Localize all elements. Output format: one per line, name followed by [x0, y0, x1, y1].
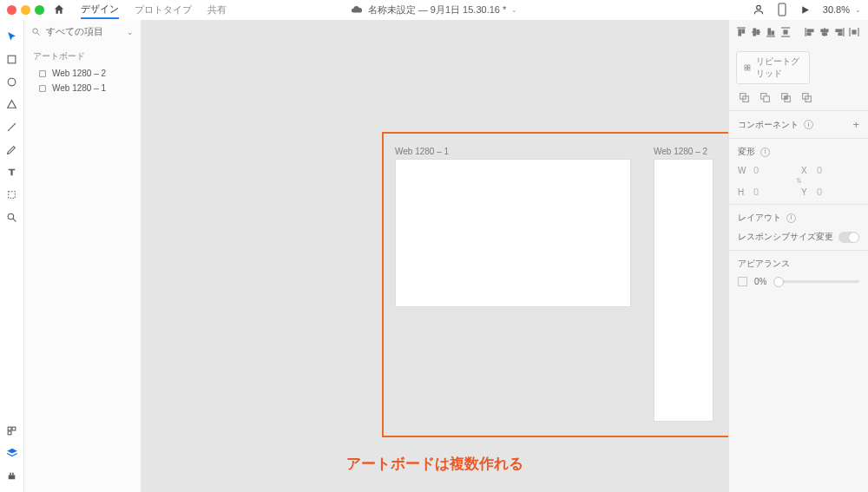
component-label: コンポーネント	[738, 119, 799, 131]
topbar-right-controls: 30.8% ⌄	[753, 3, 861, 16]
artboard-label[interactable]: Web 1280 – 2	[654, 147, 707, 156]
intersect-icon[interactable]	[779, 91, 792, 103]
polygon-tool[interactable]	[0, 93, 24, 115]
layer-filter-dropdown[interactable]: すべての項目 ⌄	[24, 20, 141, 43]
layout-section: レイアウト i レスポンシブサイズ変更	[729, 204, 868, 250]
mode-tabs: デザイン プロトタイプ 共有	[81, 0, 227, 19]
svg-rect-23	[757, 30, 760, 35]
lock-aspect-icon[interactable]: ⇅	[796, 177, 802, 185]
svg-rect-19	[739, 30, 741, 36]
y-label: Y	[801, 187, 812, 197]
svg-rect-32	[807, 33, 811, 36]
pen-tool[interactable]	[0, 138, 24, 161]
tab-prototype[interactable]: プロトタイプ	[135, 0, 192, 19]
rectangle-tool[interactable]	[0, 48, 24, 70]
responsive-label: レスポンシブサイズ変更	[738, 231, 833, 243]
chevron-down-icon: ⌄	[855, 6, 861, 14]
close-window-icon[interactable]	[7, 5, 16, 15]
cloud-icon	[351, 3, 363, 16]
distribute-vertical-icon[interactable]	[779, 23, 792, 42]
layers-panel-icon[interactable]	[0, 442, 24, 464]
align-top-icon[interactable]	[734, 23, 748, 42]
home-icon[interactable]	[53, 3, 65, 16]
zoom-tool[interactable]	[0, 206, 24, 228]
canvas[interactable]: Web 1280 – 1 Web 1280 – 2 アートボードは複数作れる	[141, 20, 728, 492]
grid-icon	[744, 62, 751, 73]
add-component-button[interactable]: +	[852, 118, 859, 131]
artboard[interactable]	[654, 159, 713, 422]
svg-rect-1	[779, 3, 786, 16]
assets-panel-icon[interactable]	[0, 419, 24, 442]
artboard-icon	[38, 84, 47, 93]
appearance-label: アピアランス	[738, 258, 790, 270]
artboard[interactable]	[395, 159, 631, 307]
svg-rect-41	[852, 30, 856, 34]
transform-label: 変形	[738, 146, 755, 158]
align-hcenter-icon[interactable]	[818, 23, 832, 42]
info-icon[interactable]: i	[760, 148, 770, 157]
svg-rect-16	[40, 70, 46, 76]
opacity-checkbox[interactable]	[738, 277, 747, 286]
repeat-grid-button[interactable]: リピートグリッド	[736, 51, 810, 84]
layer-item[interactable]: Web 1280 – 1	[24, 81, 141, 95]
appearance-section: アピアランス 0%	[729, 250, 868, 293]
info-icon[interactable]: i	[786, 213, 796, 223]
svg-rect-22	[753, 29, 756, 36]
svg-rect-45	[748, 69, 750, 70]
document-title[interactable]: 名称未設定 — 9月1日 15.30.16 * ⌄	[351, 3, 518, 16]
artboard-label[interactable]: Web 1280 – 1	[395, 147, 449, 156]
svg-rect-37	[836, 30, 842, 32]
width-field[interactable]: 0	[753, 165, 796, 175]
minimize-window-icon[interactable]	[21, 5, 30, 15]
select-tool[interactable]	[0, 25, 24, 48]
x-field[interactable]: 0	[817, 165, 859, 175]
svg-rect-34	[821, 30, 828, 32]
svg-rect-12	[10, 472, 11, 475]
svg-rect-38	[838, 33, 842, 36]
align-right-icon[interactable]	[832, 23, 846, 42]
transform-section: 変形 i W 0 X 0 ⇅ H 0 Y 0	[729, 138, 868, 204]
tab-design[interactable]: デザイン	[81, 0, 119, 19]
info-icon[interactable]: i	[804, 120, 813, 129]
device-preview-icon[interactable]	[777, 3, 787, 16]
document-title-text: 名称未設定 — 9月1日 15.30.16 *	[368, 3, 507, 16]
svg-point-3	[8, 78, 16, 86]
ellipse-tool[interactable]	[0, 70, 24, 93]
svg-rect-20	[742, 30, 745, 33]
plugins-panel-icon[interactable]	[0, 464, 24, 487]
align-bottom-icon[interactable]	[764, 23, 778, 42]
text-tool[interactable]	[0, 161, 24, 183]
opacity-slider[interactable]	[773, 280, 859, 283]
svg-rect-9	[12, 427, 16, 430]
layer-item[interactable]: Web 1280 – 2	[24, 66, 141, 81]
svg-rect-13	[12, 472, 14, 475]
tab-share[interactable]: 共有	[207, 0, 227, 19]
line-tool[interactable]	[0, 115, 24, 138]
align-left-icon[interactable]	[803, 23, 817, 42]
search-icon	[31, 27, 41, 36]
responsive-toggle[interactable]	[838, 232, 859, 243]
svg-point-0	[756, 5, 760, 10]
zoom-control[interactable]: 30.8% ⌄	[823, 4, 861, 15]
svg-rect-44	[745, 69, 746, 70]
play-icon[interactable]	[799, 4, 811, 16]
user-icon[interactable]	[753, 3, 765, 16]
align-vcenter-icon[interactable]	[749, 23, 763, 42]
zoom-window-icon[interactable]	[35, 5, 44, 15]
svg-rect-8	[8, 427, 11, 430]
zoom-value: 30.8%	[823, 4, 850, 15]
distribute-horizontal-icon[interactable]	[847, 23, 861, 42]
svg-rect-43	[748, 65, 750, 67]
svg-rect-2	[8, 56, 16, 63]
svg-rect-11	[9, 475, 16, 479]
chevron-down-icon: ⌄	[127, 28, 134, 36]
layers-panel: すべての項目 ⌄ アートボード Web 1280 – 2 Web 1280 – …	[24, 20, 141, 492]
subtract-icon[interactable]	[759, 91, 771, 103]
union-icon[interactable]	[738, 91, 750, 103]
y-field[interactable]: 0	[817, 187, 859, 197]
component-section: コンポーネント i +	[729, 110, 868, 138]
height-field[interactable]: 0	[753, 187, 796, 197]
artboard-tool[interactable]	[0, 183, 24, 206]
svg-rect-10	[8, 431, 11, 435]
exclude-icon[interactable]	[800, 91, 812, 103]
